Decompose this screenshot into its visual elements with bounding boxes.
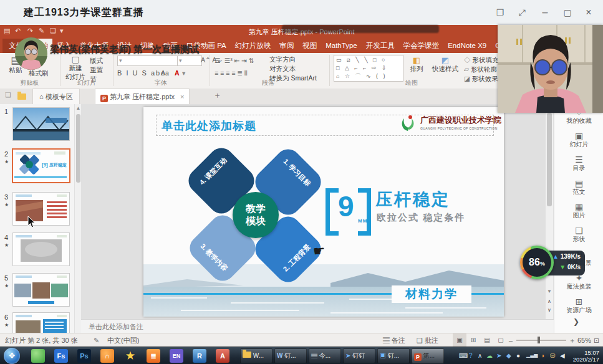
close-button[interactable]: × bbox=[579, 5, 598, 20]
tray-cloud-icon[interactable]: ☁ bbox=[486, 352, 493, 359]
tray-expand-icon[interactable]: ∧ bbox=[478, 352, 482, 359]
document-tab[interactable]: P 第九章 压杆稳定.pptx × bbox=[95, 89, 190, 104]
tab-developer[interactable]: 开发工具 bbox=[362, 39, 399, 53]
shapes-gallery[interactable]: ▭ ⧄ ╲ ╲ □ ○ □ △ ⌐ ⌐ ⇨ ⇩ ⌂ ☆ ⌒ ∿ ( ) bbox=[334, 55, 403, 82]
text-direction-button[interactable]: 文字方向 bbox=[269, 55, 296, 64]
slide-scrollbar[interactable]: ▲ ▼ ∧ ∨ bbox=[545, 104, 553, 319]
character-spacing-button[interactable]: Aa bbox=[161, 69, 169, 77]
webcam-overlay[interactable] bbox=[498, 25, 603, 113]
sidebar-item-magic-dress[interactable]: ✦ 魔法换装 bbox=[554, 274, 603, 290]
zoom-level[interactable]: 65% bbox=[577, 333, 591, 347]
arrange-button[interactable]: ◧ 排列 bbox=[405, 55, 428, 74]
tab-mathtype[interactable]: MathType bbox=[321, 39, 362, 53]
app-autocad-icon[interactable]: A bbox=[216, 349, 229, 363]
normal-view-button[interactable]: ▣ bbox=[453, 333, 466, 347]
start-button[interactable]: ❖ bbox=[4, 348, 20, 364]
tab-endnote[interactable]: EndNote X9 bbox=[443, 39, 491, 53]
tray-dingtalk-icon[interactable]: ➤ bbox=[496, 352, 501, 359]
align-text-button[interactable]: 对齐文本 bbox=[269, 65, 296, 74]
font-name-combo[interactable]: ▾ bbox=[117, 55, 178, 66]
tab-xuehuixue[interactable]: 学会学课堂 bbox=[399, 39, 444, 53]
sidebar-item-toc[interactable]: ☰ 目录 bbox=[554, 155, 603, 172]
performance-ring[interactable]: 86% bbox=[520, 246, 554, 279]
tray-help-icon[interactable]: ? bbox=[469, 352, 473, 359]
sidebar-item-shapes[interactable]: ❏ 形状 bbox=[554, 226, 603, 243]
previous-slide-button[interactable]: ∧ bbox=[546, 299, 553, 304]
format-painter-button[interactable]: 格式刷 bbox=[29, 69, 49, 78]
tab-slideshow[interactable]: 幻灯片放映 bbox=[231, 39, 276, 53]
minimize-button[interactable]: – bbox=[536, 5, 554, 20]
thumbnail-slide-2[interactable]: [9] 压杆稳定 bbox=[12, 148, 70, 183]
thumbnail-slide-4[interactable] bbox=[12, 232, 70, 266]
fullscreen-icon[interactable]: ⤢ bbox=[513, 5, 531, 20]
new-file-icon[interactable]: ❏ bbox=[5, 91, 11, 99]
thumbnail-slide-5[interactable] bbox=[12, 273, 70, 307]
doc-tab-close-icon[interactable]: × bbox=[180, 93, 184, 100]
slideshow-button[interactable]: ▢ bbox=[494, 333, 508, 347]
sidebar-item-templates[interactable]: ▤ 范文 bbox=[554, 179, 603, 196]
font-style-buttons[interactable]: B I U S abc bbox=[117, 69, 166, 77]
thumbnail-slide-3[interactable] bbox=[12, 192, 70, 226]
scroll-thumb[interactable] bbox=[76, 114, 80, 183]
fit-window-icon[interactable]: ⊡ bbox=[594, 333, 599, 347]
tray-kuwo-icon[interactable]: ◗ bbox=[541, 352, 545, 359]
thumbnail-slide-1[interactable] bbox=[12, 107, 70, 141]
tab-view[interactable]: 视图 bbox=[298, 39, 321, 53]
alignment-row[interactable]: ≡ ≡ ≡ ≡ ≣ ⫴ bbox=[215, 69, 247, 77]
scroll-down-icon[interactable]: ▼ bbox=[546, 289, 553, 294]
font-color-button[interactable]: A bbox=[175, 69, 180, 77]
reading-view-button[interactable]: ▤ bbox=[480, 333, 494, 347]
font-more-caret[interactable]: ▾ bbox=[182, 69, 185, 77]
taskbar-dingtalk-window[interactable]: ➤ 钉钉 bbox=[343, 348, 375, 363]
template-zone-tab[interactable]: ⌂ 模板专区 bbox=[32, 89, 80, 104]
scroll-thumb[interactable] bbox=[547, 113, 552, 206]
open-folder-icon[interactable] bbox=[17, 93, 26, 100]
pin-icon[interactable]: ❐ bbox=[491, 5, 509, 20]
thumbnail-slide-6[interactable] bbox=[12, 312, 70, 333]
app-fs-icon[interactable]: Fs bbox=[54, 349, 68, 363]
app-360-icon[interactable] bbox=[31, 349, 45, 363]
maximize-button[interactable]: ▢ bbox=[558, 5, 577, 20]
sidebar-collapse-icon[interactable]: ❯ bbox=[573, 317, 579, 326]
tray-volume-icon[interactable]: ◀ bbox=[560, 352, 565, 359]
tray-cart-icon[interactable]: ⛁ bbox=[550, 352, 555, 359]
app-revit-icon[interactable]: R bbox=[193, 349, 206, 363]
notes-panel[interactable]: 单击此处添加备注 bbox=[81, 319, 554, 333]
app-music-icon[interactable]: ∩ bbox=[100, 349, 114, 363]
bullets-row[interactable]: ☰· ☰³ ⇤ ⇥ ⇅ bbox=[215, 57, 254, 64]
zoom-in-button[interactable]: ＋ bbox=[569, 333, 576, 347]
comments-toggle[interactable]: ❑ 批注 bbox=[417, 333, 438, 347]
sidebar-item-pictures[interactable]: ▦ 图片 bbox=[554, 203, 603, 219]
shape-fill-button[interactable]: ◇ 形状填充 bbox=[464, 56, 498, 65]
spellcheck-icon[interactable]: ✎ bbox=[94, 333, 99, 347]
sidebar-item-resources[interactable]: ⊞ 资源广场 bbox=[554, 297, 603, 314]
tray-network-icon[interactable]: ▁▃▅ bbox=[526, 352, 538, 358]
slide[interactable]: 单击此处添加标题 广西建设职业技术学院 GUANGXI POLYTECHNIC … bbox=[143, 107, 504, 317]
tray-ime-icon[interactable]: ⌨ bbox=[459, 352, 468, 359]
language-indicator[interactable]: 中文(中国) bbox=[107, 333, 139, 347]
next-slide-button[interactable]: ∨ bbox=[546, 307, 553, 313]
notes-toggle[interactable]: ▤ 备注 bbox=[383, 333, 405, 347]
tab-review[interactable]: 审阅 bbox=[275, 39, 298, 53]
font-size-combo[interactable]: ▾ bbox=[177, 55, 202, 66]
new-slide-button[interactable]: ▢ 新建 幻灯片 bbox=[64, 54, 87, 82]
sidebar-item-slides[interactable]: ▣ 幻灯片 bbox=[554, 132, 603, 148]
app-endnote-icon[interactable]: EN bbox=[170, 349, 183, 363]
zoom-slider-track[interactable] bbox=[516, 340, 566, 341]
app-star-icon[interactable]: ★ bbox=[123, 349, 137, 363]
reset-button[interactable]: 重置 bbox=[90, 66, 103, 75]
taskbar-notes-window[interactable]: ▤ 今... bbox=[309, 348, 341, 363]
zoom-slider-handle[interactable] bbox=[538, 337, 540, 343]
quick-styles-button[interactable]: ◩ 快速样式 bbox=[430, 55, 460, 74]
shape-outline-button[interactable]: ▱ 形状轮廓 bbox=[464, 65, 497, 74]
app-photoshop-icon[interactable]: Ps bbox=[77, 349, 91, 363]
taskbar-live-window[interactable]: ▣ 钉... bbox=[377, 348, 410, 363]
taskbar-explorer-window[interactable]: W... bbox=[240, 348, 273, 363]
zoom-out-button[interactable]: – bbox=[509, 333, 513, 347]
taskbar-clock[interactable]: 15:07 2020/2/17 bbox=[573, 349, 599, 363]
app-builder-icon[interactable]: ≣ bbox=[147, 349, 160, 363]
diagram-center[interactable]: 教学 模块 bbox=[233, 192, 279, 238]
tray-shield-icon[interactable]: ◆ bbox=[506, 352, 511, 359]
slide-sorter-button[interactable]: ⊞ bbox=[466, 333, 480, 347]
new-tab-button[interactable]: ＋ bbox=[213, 90, 221, 101]
